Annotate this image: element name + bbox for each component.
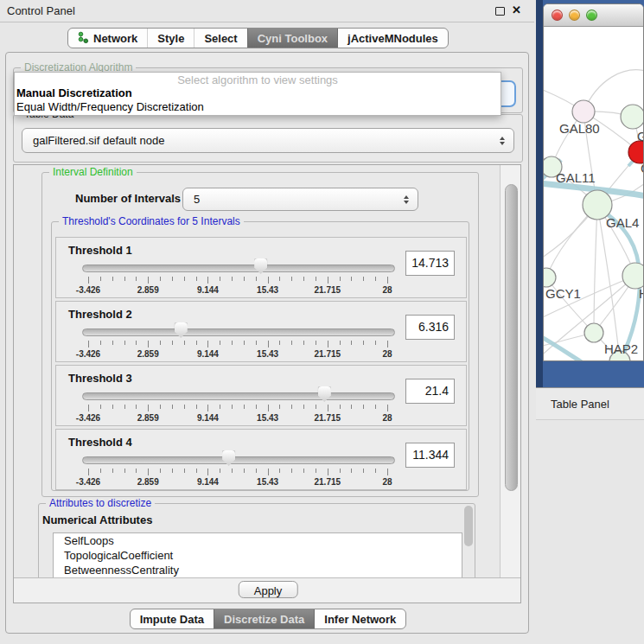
threshold-value-field[interactable]: 21.4	[405, 379, 455, 404]
tab-jactivemnodules[interactable]: jActiveMNodules	[337, 29, 448, 48]
threshold-row-1: Threshold 1-3.4262.8599.14415.4321.71528…	[55, 237, 467, 298]
network-icon	[78, 31, 89, 46]
attributes-to-discretize-group: Attributes to discretize Numerical Attri…	[38, 503, 475, 586]
number-of-intervals-value: 5	[194, 188, 200, 210]
table-panel-body: ⚙ ☑ ☑ shared...na YDL19...YDL1YDR27...YD…	[536, 420, 644, 644]
hap2-node[interactable]	[584, 323, 603, 342]
top-right-node[interactable]	[621, 105, 643, 129]
control-panel-titlebar: Control Panel ✕	[0, 0, 534, 22]
interval-definition-label: Interval Definition	[49, 166, 137, 179]
threshold-label: Threshold 2	[68, 308, 132, 321]
settings-scroll-panel: Interval Definition Number of Intervals …	[13, 164, 521, 603]
tab-label: Infer Network	[324, 613, 396, 626]
node-label-ha: HA	[639, 286, 643, 301]
node-label-gal11: GAL11	[556, 170, 596, 185]
panel-title: Control Panel	[7, 0, 75, 22]
threshold-value-field[interactable]: 6.316	[405, 315, 455, 340]
node-label-gcy1: GCY1	[545, 286, 581, 301]
tab-label: jActiveMNodules	[348, 32, 438, 45]
number-of-intervals-combobox[interactable]: 5	[182, 188, 418, 211]
close-icon[interactable]: ✕	[512, 3, 521, 16]
cyni-toolbox-panel: Discretization Algorithm Select algorith…	[5, 52, 529, 634]
tab-label: Style	[157, 32, 184, 45]
cyni-bottom-tabs: Impute DataDiscretize DataInfer Network	[130, 609, 407, 629]
node-label-c: C	[641, 161, 643, 175]
network-window-titlebar	[544, 4, 643, 27]
algorithm-option-equal-width-frequency-discretization[interactable]: Equal Width/Frequency Discretization	[15, 100, 501, 114]
tab-style[interactable]: Style	[147, 29, 194, 48]
algorithm-options-list: Manual DiscretizationEqual Width/Frequen…	[15, 86, 501, 114]
algorithm-placeholder-option[interactable]: Select algorithm to view settings	[15, 73, 501, 86]
thresholds-title: Threshold's Coordinates for 5 Intervals	[59, 215, 244, 228]
panel-scrollbar-track[interactable]	[500, 165, 521, 577]
minimize-traffic-light-icon[interactable]	[569, 10, 580, 21]
table-data-combobox[interactable]: galFiltered.sif default node	[22, 128, 514, 153]
tab-label: Discretize Data	[224, 613, 304, 626]
tab-label: Network	[93, 32, 137, 45]
threshold-label: Threshold 1	[68, 244, 132, 257]
right-node[interactable]	[622, 263, 643, 289]
interval-definition-group: Interval Definition Number of Intervals …	[41, 172, 479, 497]
network-view-window: GAL80GALCGAL11GAL4GCY1HAHAP2	[543, 3, 644, 361]
threshold-label: Threshold 4	[68, 436, 132, 449]
gcy1-node[interactable]	[544, 268, 556, 287]
combo-spinner-icon	[404, 195, 409, 204]
node-label-gal: GAL	[637, 129, 643, 143]
bottom-tab-discretize-data[interactable]: Discretize Data	[214, 609, 314, 628]
panel-scrollbar-thumb[interactable]	[505, 184, 518, 491]
combo-spinner-icon	[500, 137, 505, 145]
slider-track[interactable]	[82, 392, 395, 400]
threshold-row-2: Threshold 2-3.4262.8599.14415.4321.71528…	[55, 301, 467, 362]
list-scrollbar-thumb[interactable]	[464, 506, 473, 546]
tab-network[interactable]: Network	[68, 29, 147, 48]
slider-track[interactable]	[82, 328, 395, 336]
zoom-traffic-light-icon[interactable]	[586, 10, 597, 21]
node-label-gal80: GAL80	[559, 121, 600, 136]
network-canvas[interactable]: GAL80GALCGAL11GAL4GCY1HAHAP2	[544, 26, 643, 361]
network-edge	[594, 205, 597, 333]
table-panel-titlebar: Table Panel	[536, 387, 644, 420]
number-of-intervals-label: Number of Intervals	[75, 192, 181, 205]
gal80-node[interactable]	[572, 100, 595, 123]
attributes-title: Attributes to discretize	[46, 497, 155, 510]
bottom-tab-impute-data[interactable]: Impute Data	[131, 609, 214, 628]
apply-button[interactable]: Apply	[239, 581, 298, 598]
slider-track[interactable]	[82, 265, 395, 272]
tab-label: Select	[204, 32, 237, 45]
tab-label: Cyni Toolbox	[258, 32, 328, 45]
table-data-value: galFiltered.sif default node	[33, 129, 164, 152]
close-traffic-light-icon[interactable]	[552, 10, 563, 21]
algorithm-option-manual-discretization[interactable]: Manual Discretization	[15, 86, 501, 100]
node-label-gal4: GAL4	[606, 215, 639, 230]
threshold-label: Threshold 3	[68, 372, 132, 385]
numerical-attributes-list[interactable]: SelfLoopsTopologicalCoefficientBetweenne…	[53, 532, 462, 581]
slider-track[interactable]	[82, 456, 395, 464]
table-panel-title: Table Panel	[551, 388, 609, 421]
tab-cyni-toolbox[interactable]: Cyni Toolbox	[247, 29, 337, 48]
threshold-value-field[interactable]: 14.713	[405, 251, 455, 276]
bottom-tab-infer-network[interactable]: Infer Network	[314, 609, 405, 628]
threshold-row-4: Threshold 4-3.4262.8599.14415.4321.71528…	[55, 429, 467, 490]
tab-label: Impute Data	[140, 613, 204, 626]
algorithm-dropdown-popup: Select algorithm to view settings Manual…	[14, 72, 501, 116]
thresholds-group: Threshold's Coordinates for 5 Intervals …	[51, 221, 469, 491]
attribute-item-selfloops[interactable]: SelfLoops	[54, 533, 462, 548]
apply-button-strip: Apply	[14, 577, 521, 603]
attribute-item-betweennesscentrality[interactable]: BetweennessCentrality	[54, 563, 462, 577]
node-label-hap2: HAP2	[604, 341, 638, 356]
control-panel-tabs: NetworkStyleSelectCyni ToolboxjActiveMNo…	[67, 28, 449, 48]
tab-select[interactable]: Select	[194, 29, 246, 48]
numerical-attributes-label: Numerical Attributes	[42, 513, 152, 526]
threshold-row-3: Threshold 3-3.4262.8599.14415.4321.71528…	[55, 365, 467, 426]
attribute-item-topologicalcoefficient[interactable]: TopologicalCoefficient	[54, 548, 462, 563]
threshold-value-field[interactable]: 11.344	[405, 443, 455, 468]
float-window-icon[interactable]	[495, 7, 505, 16]
